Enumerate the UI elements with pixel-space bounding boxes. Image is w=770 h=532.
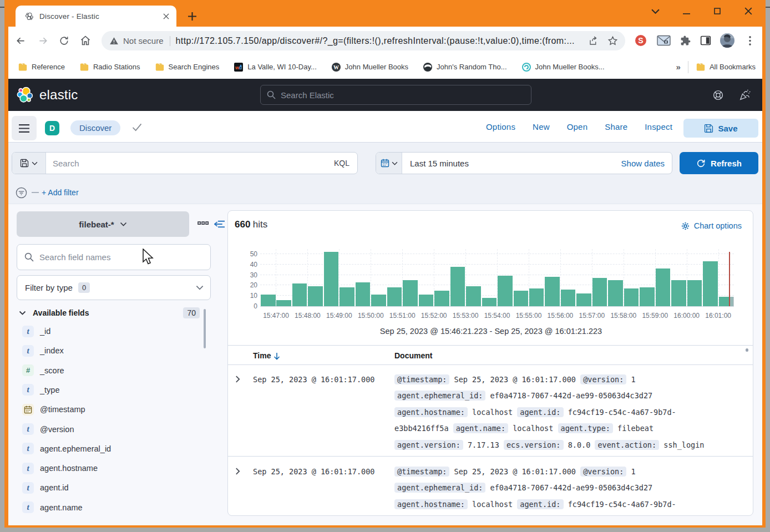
histogram-bar[interactable] [276,300,291,306]
toolbar-link-new[interactable]: New [533,122,550,131]
bookmark-item[interactable]: John Mueller Books... [522,63,605,72]
forward-button[interactable] [32,29,54,52]
field-item[interactable]: t_id [17,323,202,339]
bookmark-item[interactable]: Reference [18,63,65,72]
field-item[interactable]: tagent.ephemeral_id [17,441,202,457]
date-quick-menu-button[interactable] [376,153,402,174]
histogram-bar[interactable] [356,282,371,306]
window-maximize-button[interactable] [705,0,730,22]
field-item[interactable]: tagent.hostname [17,460,202,476]
tab-search-chevron-icon[interactable] [642,0,668,22]
histogram-bar[interactable] [529,288,544,306]
window-minimize-button[interactable] [673,0,699,22]
histogram-bar[interactable] [434,291,449,306]
field-item[interactable]: @timestamp [17,402,202,417]
browser-tab[interactable]: Discover - Elastic [16,6,176,27]
back-button[interactable] [9,29,32,52]
histogram-bar[interactable] [324,252,339,306]
time-range-value[interactable]: Last 15 minutes [410,159,621,168]
extension-mail-icon[interactable] [655,32,672,49]
histogram-bar[interactable] [387,287,402,306]
histogram-bar[interactable] [545,277,560,306]
nav-menu-button[interactable] [12,116,37,140]
document-column-header[interactable]: Document [394,351,432,360]
chart-options-button[interactable]: Chart options [681,221,742,230]
save-button[interactable]: Save [683,119,758,138]
histogram-bar[interactable] [624,288,639,306]
elastic-search-input[interactable]: Search Elastic [260,85,531,105]
histogram-bar[interactable] [419,295,434,306]
bookmark-item[interactable]: WJohn Mueller Books [332,63,408,72]
extension-shield-icon[interactable]: S [632,32,649,49]
query-input[interactable]: Search [53,159,334,168]
bookmark-item[interactable]: wuLa Valle, WI 10-Day... [234,63,317,72]
field-item[interactable]: t@version [17,422,202,437]
bookmarks-overflow-icon[interactable]: » [676,62,680,72]
histogram-bar[interactable] [403,280,418,306]
help-icon[interactable] [711,88,725,102]
window-close-button[interactable] [736,0,761,22]
histogram-chart[interactable]: 15:47:0015:48:0015:49:0015:50:0015:51:00… [260,249,734,306]
add-filter-button[interactable]: + Add filter [42,188,79,197]
histogram-bar[interactable] [466,286,481,306]
show-dates-button[interactable]: Show dates [621,159,665,168]
histogram-bar[interactable] [292,283,307,306]
new-tab-button[interactable] [185,9,199,23]
extensions-puzzle-icon[interactable] [677,32,693,49]
field-options-icon[interactable] [197,221,209,225]
index-pattern-switcher[interactable]: filebeat-* [17,211,189,237]
histogram-bar[interactable] [514,291,529,306]
histogram-bar[interactable] [308,286,323,306]
bookmark-item[interactable]: Search Engines [155,63,220,72]
home-button[interactable] [74,29,97,52]
whats-new-icon[interactable] [738,88,752,102]
row-timestamp[interactable]: Sep 25, 2023 @ 16:01:17.000 [253,375,374,384]
field-item[interactable]: t_index [17,343,202,358]
reload-button[interactable] [53,29,75,52]
toolbar-link-options[interactable]: Options [486,122,515,131]
field-item[interactable]: tagent.name [17,500,202,515]
tab-close-icon[interactable] [161,11,171,21]
histogram-bar[interactable] [608,280,623,306]
share-icon[interactable] [584,36,603,46]
table-scrollbar-thumb[interactable] [746,348,748,352]
histogram-bar[interactable] [576,293,591,306]
histogram-bar[interactable] [656,268,671,306]
all-bookmarks-button[interactable]: All Bookmarks [696,63,756,72]
url-text[interactable]: http://172.105.7.150/app/discover#/?_g=(… [176,36,584,46]
histogram-bar[interactable] [498,276,513,306]
space-avatar[interactable]: D [45,121,59,135]
bookmark-item[interactable]: Radio Stations [80,63,140,72]
side-panel-icon[interactable] [697,32,714,49]
filter-by-type-select[interactable]: Filter by type 0 [17,275,211,300]
kql-language-button[interactable]: KQL [334,159,349,168]
time-column-header[interactable]: Time [253,351,271,360]
histogram-bar[interactable] [687,280,702,306]
sidebar-scrollbar[interactable] [204,309,206,348]
field-item[interactable]: t_type [17,382,202,398]
breadcrumb-discover[interactable]: Discover [70,120,120,135]
histogram-bar[interactable] [703,261,718,306]
toolbar-link-inspect[interactable]: Inspect [645,122,672,131]
histogram-bar[interactable] [482,298,497,306]
saved-query-menu-button[interactable] [12,153,46,174]
histogram-bar[interactable] [371,295,386,306]
histogram-bar[interactable] [671,280,686,306]
available-fields-accordion[interactable]: Available fields 70 [17,305,211,321]
histogram-bar[interactable] [450,267,465,306]
expand-row-icon[interactable] [234,376,243,384]
histogram-bar[interactable] [592,278,607,306]
toolbar-link-open[interactable]: Open [567,122,588,131]
field-item[interactable]: #_score [17,363,202,378]
refresh-button[interactable]: Refresh [680,152,758,174]
histogram-bar[interactable] [340,287,354,306]
expand-row-icon[interactable] [234,468,243,477]
sort-descending-icon[interactable] [273,352,280,360]
histogram-bar[interactable] [261,295,276,306]
row-timestamp[interactable]: Sep 25, 2023 @ 16:01:17.000 [253,467,374,476]
collapse-sidebar-icon[interactable] [214,220,225,228]
toolbar-link-share[interactable]: Share [605,122,627,131]
histogram-bar[interactable] [561,290,576,306]
field-search-input[interactable]: Search field names [17,244,211,270]
filter-menu-icon[interactable] [16,187,27,199]
